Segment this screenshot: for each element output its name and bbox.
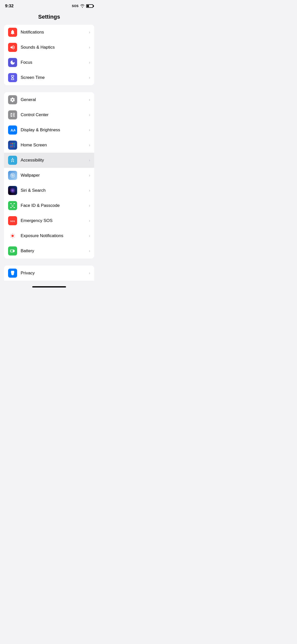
- exposure-label: Exposure Notifications: [21, 233, 87, 238]
- emergency-sos-label: Emergency SOS: [21, 218, 87, 223]
- battery-item-icon: [10, 248, 15, 254]
- settings-item-battery[interactable]: Battery ›: [4, 243, 94, 259]
- sos-label: SOS: [72, 4, 79, 8]
- emergency-sos-icon-wrapper: SOS: [8, 216, 17, 225]
- settings-item-accessibility[interactable]: Accessibility ›: [4, 153, 94, 168]
- svg-point-33: [11, 237, 11, 238]
- home-bar: [32, 286, 66, 287]
- face-id-label: Face ID & Passcode: [21, 203, 87, 208]
- control-center-label: Control Center: [21, 112, 87, 117]
- svg-rect-19: [10, 203, 12, 204]
- display-label: Display & Brightness: [21, 127, 87, 133]
- svg-point-16: [12, 158, 13, 159]
- settings-item-screen-time[interactable]: Screen Time ›: [4, 70, 94, 85]
- settings-group-1: Notifications › Sounds & Haptics › Focus…: [4, 25, 94, 85]
- home-screen-chevron: ›: [89, 143, 90, 147]
- status-bar: 9:32 SOS: [0, 0, 98, 11]
- svg-point-29: [14, 234, 14, 235]
- settings-item-emergency-sos[interactable]: SOS Emergency SOS ›: [4, 213, 94, 228]
- settings-item-exposure-notifications[interactable]: Exposure Notifications ›: [4, 228, 94, 243]
- settings-item-control-center[interactable]: Control Center ›: [4, 107, 94, 122]
- settings-item-face-id[interactable]: Face ID & Passcode ›: [4, 198, 94, 213]
- general-chevron: ›: [89, 98, 90, 102]
- battery-label: Battery: [21, 248, 87, 253]
- svg-rect-15: [14, 146, 15, 147]
- settings-group-3-partial: Privacy ›: [4, 266, 94, 281]
- face-id-icon-wrapper: [8, 201, 17, 210]
- settings-group-2: General › Control Center › AA Display & …: [4, 92, 94, 259]
- privacy-chevron: ›: [89, 271, 90, 275]
- focus-icon-wrapper: [8, 58, 17, 67]
- settings-item-wallpaper[interactable]: Wallpaper ›: [4, 168, 94, 183]
- svg-rect-3: [13, 114, 15, 115]
- sound-icon: [10, 45, 15, 50]
- svg-rect-4: [11, 116, 12, 117]
- screen-time-chevron: ›: [89, 75, 90, 80]
- settings-item-general[interactable]: General ›: [4, 92, 94, 107]
- svg-rect-2: [11, 114, 12, 115]
- home-screen-icon-wrapper: [8, 141, 17, 150]
- privacy-icon-wrapper: [8, 269, 17, 278]
- svg-rect-0: [11, 113, 12, 114]
- status-icons: SOS: [72, 4, 93, 8]
- battery-status-icon: [86, 4, 93, 8]
- svg-point-28: [12, 234, 13, 234]
- settings-item-notifications[interactable]: Notifications ›: [4, 25, 94, 40]
- siri-chevron: ›: [89, 188, 90, 193]
- wallpaper-chevron: ›: [89, 173, 90, 178]
- svg-point-24: [13, 205, 14, 206]
- privacy-label: Privacy: [21, 271, 87, 276]
- svg-rect-22: [14, 207, 15, 208]
- general-label: General: [21, 97, 87, 102]
- svg-rect-9: [14, 143, 15, 144]
- focus-chevron: ›: [89, 60, 90, 65]
- toggles-icon: [10, 112, 15, 118]
- accessibility-icon: [10, 157, 15, 163]
- svg-point-40: [11, 272, 14, 275]
- focus-label: Focus: [21, 60, 87, 65]
- svg-rect-12: [14, 145, 15, 146]
- status-time: 9:32: [5, 4, 14, 9]
- exposure-icon: [10, 233, 15, 239]
- wallpaper-icon-wrapper: [8, 171, 17, 180]
- svg-point-31: [14, 237, 14, 238]
- hourglass-icon: [10, 75, 15, 80]
- accessibility-chevron: ›: [89, 158, 90, 163]
- svg-point-32: [12, 238, 13, 238]
- faceid-icon: [10, 203, 15, 208]
- exposure-icon-wrapper: [8, 231, 17, 240]
- screen-time-label: Screen Time: [21, 75, 87, 80]
- svg-point-18: [11, 174, 12, 175]
- siri-icon-wrapper: [8, 186, 17, 195]
- sos-icon: SOS: [10, 218, 15, 223]
- page-title: Settings: [0, 11, 98, 25]
- display-icon: AA: [10, 127, 15, 133]
- svg-point-34: [10, 236, 11, 236]
- svg-point-23: [12, 205, 12, 206]
- svg-rect-7: [11, 143, 12, 144]
- notifications-icon-wrapper: [8, 28, 17, 37]
- display-icon-wrapper: AA: [8, 125, 17, 135]
- settings-item-sounds-haptics[interactable]: Sounds & Haptics ›: [4, 40, 94, 55]
- settings-item-privacy[interactable]: Privacy ›: [4, 266, 94, 281]
- settings-item-siri-search[interactable]: Siri & Search ›: [4, 183, 94, 198]
- notifications-chevron: ›: [89, 30, 90, 35]
- settings-item-home-screen[interactable]: Home Screen ›: [4, 138, 94, 153]
- settings-item-display-brightness[interactable]: AA Display & Brightness ›: [4, 122, 94, 138]
- screen-time-icon-wrapper: [8, 73, 17, 82]
- svg-rect-5: [13, 116, 15, 117]
- svg-rect-10: [11, 145, 12, 146]
- svg-rect-37: [11, 250, 13, 252]
- svg-rect-21: [10, 207, 12, 208]
- notifications-label: Notifications: [21, 30, 87, 35]
- settings-item-focus[interactable]: Focus ›: [4, 55, 94, 70]
- svg-rect-38: [14, 250, 15, 251]
- wallpaper-icon: [10, 173, 15, 178]
- svg-rect-8: [12, 143, 13, 144]
- svg-text:AA: AA: [11, 128, 15, 132]
- svg-rect-1: [13, 113, 15, 114]
- siri-label: Siri & Search: [21, 188, 87, 193]
- accessibility-icon-wrapper: [8, 156, 17, 165]
- svg-rect-20: [14, 203, 15, 204]
- svg-point-30: [14, 236, 15, 236]
